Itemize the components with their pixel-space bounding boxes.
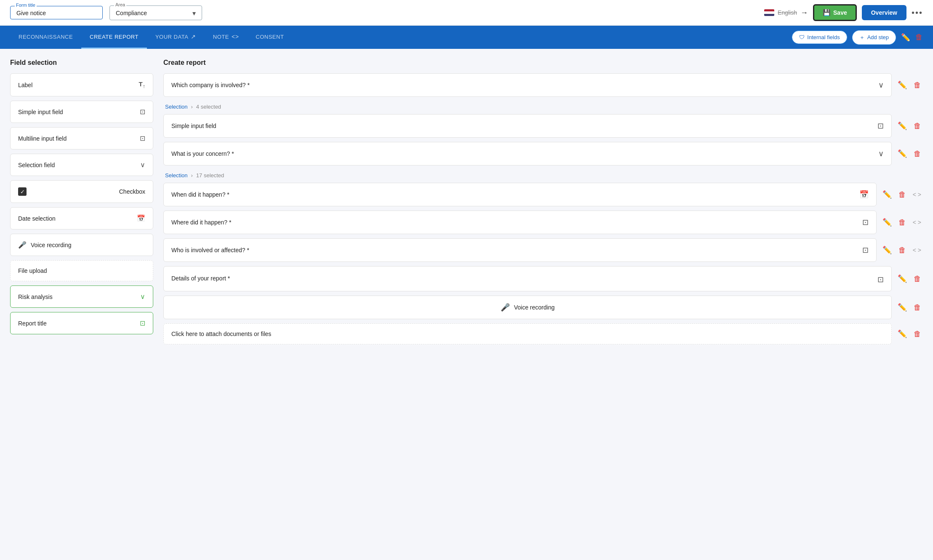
mic-icon: 🎤: [501, 303, 510, 312]
field-box-company: Which company is involved? * ∨: [163, 73, 892, 97]
add-step-button[interactable]: ＋ Add step: [852, 30, 896, 45]
field-item-multiline[interactable]: Multiline input field ⊡: [10, 127, 153, 149]
calendar-icon: 📅: [859, 190, 869, 199]
edit-concern-button[interactable]: ✏️: [896, 147, 909, 160]
delete-who-button[interactable]: 🗑: [897, 244, 908, 256]
row-actions-when: ✏️ 🗑 < >: [881, 183, 923, 206]
delete-voice-button[interactable]: 🗑: [912, 301, 923, 314]
field-box-concern: What is your concern? * ∨: [163, 142, 892, 165]
field-box-when: When did it happen? * 📅: [163, 183, 877, 206]
calendar-icon: 📅: [137, 214, 145, 222]
tab-note[interactable]: NOTE <>: [205, 26, 247, 49]
right-panel-title: Create report: [163, 59, 923, 67]
field-voice-label: Voice recording: [514, 304, 555, 311]
area-label: Area: [114, 2, 126, 7]
edit-voice-button[interactable]: ✏️: [896, 301, 909, 314]
code-icon: <>: [232, 33, 239, 40]
field-checkbox-text: Checkbox: [119, 188, 145, 195]
field-item-date[interactable]: Date selection 📅: [10, 207, 153, 229]
row-actions-concern: ✏️ 🗑: [896, 142, 923, 165]
delete-company-button[interactable]: 🗑: [912, 79, 923, 91]
selection-label: Selection: [165, 104, 187, 110]
delete-where-button[interactable]: 🗑: [897, 216, 908, 229]
code-where-button[interactable]: < >: [911, 217, 923, 227]
nav-bar: RECONNAISSANCE CREATE REPORT YOUR DATA ↗…: [0, 26, 933, 49]
code-who-button[interactable]: < >: [911, 245, 923, 255]
field-company-label: Which company is involved? *: [171, 82, 878, 88]
more-options-button[interactable]: •••: [912, 8, 923, 18]
field-item-report-title[interactable]: Report title ⊡: [10, 312, 153, 334]
edit-simple-button[interactable]: ✏️: [896, 120, 909, 132]
field-box-file: Click here to attach documents or files: [163, 323, 892, 344]
selection-count-concern: 17 selected: [196, 172, 224, 179]
selection-row-company: Selection › 4 selected: [163, 101, 923, 114]
delete-simple-button[interactable]: 🗑: [912, 120, 923, 132]
area-field[interactable]: Area Compliance ▾: [109, 5, 202, 20]
edit-when-button[interactable]: ✏️: [881, 188, 893, 201]
field-when-label: When did it happen? *: [171, 191, 859, 198]
edit-step-button[interactable]: ✏️: [901, 33, 910, 42]
selection-row-concern: Selection › 17 selected: [163, 170, 923, 183]
field-simple-label: Simple input field: [171, 123, 877, 129]
internal-fields-button[interactable]: 🛡 Internal fields: [792, 31, 847, 44]
input-icon: ⊡: [877, 121, 884, 131]
field-item-voice[interactable]: 🎤 Voice recording: [10, 234, 153, 256]
selection-label-concern: Selection: [165, 172, 187, 179]
row-actions-who: ✏️ 🗑 < >: [881, 238, 923, 262]
lang-strikethrough: English: [778, 9, 797, 16]
edit-company-button[interactable]: ✏️: [896, 79, 909, 91]
external-link-icon: ↗: [191, 33, 196, 40]
edit-where-button[interactable]: ✏️: [881, 216, 893, 229]
tab-create-report[interactable]: CREATE REPORT: [81, 26, 147, 49]
row-actions-simple: ✏️ 🗑: [896, 114, 923, 138]
language-selector[interactable]: English →: [764, 8, 808, 17]
tab-your-data[interactable]: YOUR DATA ↗: [147, 26, 205, 49]
field-date-text: Date selection: [18, 215, 56, 222]
tab-reconnaissance[interactable]: RECONNAISSANCE: [10, 26, 81, 49]
input-icon: ⊡: [877, 275, 884, 284]
form-title-label: Form title: [15, 3, 37, 8]
chevron-right-icon: ›: [191, 104, 192, 110]
text-format-icon: T↑: [139, 80, 145, 89]
delete-when-button[interactable]: 🗑: [897, 189, 908, 201]
field-row-who: Who is involved or affected? * ⊡ ✏️ 🗑 < …: [163, 238, 923, 262]
row-actions-details: ✏️ 🗑: [896, 266, 923, 291]
flag-icon: [764, 9, 774, 16]
field-item-file[interactable]: File upload: [10, 260, 153, 281]
form-title-input[interactable]: [16, 10, 96, 16]
field-item-checkbox[interactable]: ✓ Checkbox: [10, 180, 153, 203]
left-panel: Field selection Label T↑ Simple input fi…: [10, 59, 153, 544]
field-label-text: Label: [18, 82, 32, 88]
field-item-label[interactable]: Label T↑: [10, 73, 153, 96]
delete-concern-button[interactable]: 🗑: [912, 148, 923, 160]
plus-icon: ＋: [859, 34, 865, 41]
report-title-icon: ⊡: [140, 319, 145, 327]
edit-file-button[interactable]: ✏️: [896, 328, 909, 340]
field-item-risk[interactable]: Risk analysis ∨: [10, 285, 153, 308]
field-box-details: Details of your report * ⊡: [163, 266, 892, 291]
shield-icon: 🛡: [799, 34, 805, 40]
save-icon: 💾: [823, 9, 831, 16]
delete-step-button[interactable]: 🗑: [915, 33, 923, 42]
edit-details-button[interactable]: ✏️: [896, 272, 909, 285]
field-multiline-text: Multiline input field: [18, 135, 67, 142]
top-bar-right: English → 💾 Save Overview •••: [764, 4, 923, 21]
delete-file-button[interactable]: 🗑: [912, 328, 923, 340]
arrow-right-icon: →: [800, 8, 808, 17]
field-row-concern: What is your concern? * ∨ ✏️ 🗑: [163, 142, 923, 165]
chevron-down-icon: ▾: [192, 9, 196, 17]
nav-bar-right: 🛡 Internal fields ＋ Add step ✏️ 🗑: [792, 30, 923, 45]
field-who-label: Who is involved or affected? *: [171, 247, 862, 253]
delete-details-button[interactable]: 🗑: [912, 273, 923, 285]
field-simple-input-text: Simple input field: [18, 109, 63, 115]
overview-button[interactable]: Overview: [862, 5, 906, 20]
save-button[interactable]: 💾 Save: [813, 4, 857, 21]
field-concern-label: What is your concern? *: [171, 150, 878, 157]
edit-who-button[interactable]: ✏️: [881, 244, 893, 256]
main-layout: Field selection Label T↑ Simple input fi…: [0, 49, 933, 554]
code-when-button[interactable]: < >: [911, 189, 923, 200]
field-item-selection[interactable]: Selection field ∨: [10, 154, 153, 176]
row-actions-where: ✏️ 🗑 < >: [881, 211, 923, 234]
field-item-simple-input[interactable]: Simple input field ⊡: [10, 101, 153, 123]
tab-consent[interactable]: CONSENT: [247, 26, 292, 49]
